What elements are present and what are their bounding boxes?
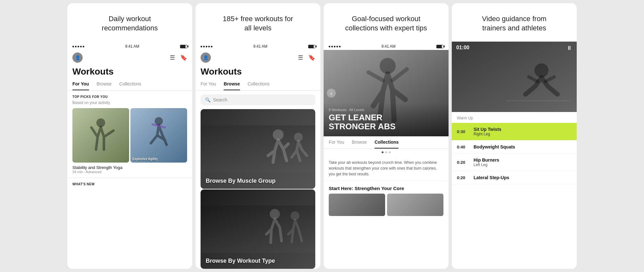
collection-section-title: Start Here: Strengthen Your Core: [324, 181, 449, 194]
video-timer: 01:00: [456, 45, 469, 51]
signal-dot-3: [78, 46, 79, 47]
pause-icon[interactable]: ⏸: [566, 45, 572, 52]
tabs-2: For You Browse Collections: [195, 78, 320, 91]
type-bg-art: [201, 189, 315, 269]
bookmark-icon-1[interactable]: 🔖: [180, 54, 187, 61]
tabs-1: For You Browse Collections: [67, 78, 192, 91]
bookmark-icon-2[interactable]: 🔖: [308, 54, 315, 61]
browse-cards: Browse By Muscle Group: [195, 109, 320, 269]
tab-browse-1[interactable]: Browse: [97, 78, 112, 90]
card-daily-header: Daily workoutrecommendations: [67, 3, 192, 42]
battery-fill-1: [180, 45, 186, 48]
yoga-background: [72, 108, 129, 163]
search-bar[interactable]: 🔍 Search: [201, 94, 315, 105]
video-section-label: Warm Up: [452, 112, 577, 123]
yoga-silhouette: [72, 108, 129, 163]
tab-collections-3[interactable]: Collections: [375, 136, 399, 148]
card-browse: 185+ free workouts forall levels 9:41 AM…: [195, 3, 320, 269]
nav-bar-1: 👤 ☰ 🔖: [67, 50, 192, 64]
battery-indicator-3: [436, 45, 443, 48]
dot-1: [382, 151, 384, 153]
list-icon-2[interactable]: ☰: [298, 54, 303, 61]
battery-fill-3: [437, 45, 442, 48]
browse-type-label: Browse By Workout Type: [206, 258, 275, 264]
workouts-title-1: Workouts: [67, 64, 192, 78]
card-video-header: Video guidance fromtrainers and athletes: [452, 3, 577, 42]
card-browse-header: 185+ free workouts forall levels: [195, 3, 320, 42]
hero-back-arrow[interactable]: ‹: [327, 89, 336, 98]
status-time-2: 9:41 AM: [253, 44, 267, 49]
nav-icons-2: ☰ 🔖: [298, 54, 315, 61]
signal-dot-3-2: [331, 46, 333, 47]
signal-dots-2: [201, 46, 212, 47]
workout-thumb-runner[interactable]: Explosive Agility: [130, 108, 187, 163]
exercise-details-1: Sit Up Twists Right Leg: [474, 127, 501, 136]
svg-point-8: [270, 209, 280, 219]
signal-dot-5: [83, 46, 84, 47]
browse-card-type[interactable]: Browse By Workout Type: [201, 189, 315, 269]
search-icon: 🔍: [205, 97, 211, 102]
tabs-3: For You Browse Collections: [324, 136, 449, 149]
workout-grid-1: Explosive Agility: [67, 108, 192, 163]
tab-for-you-1[interactable]: For You: [72, 78, 89, 90]
signal-dots: [72, 46, 84, 47]
type-card-bg: Browse By Workout Type: [201, 189, 315, 269]
section-label-1: TOP PICKS FOR YOU: [67, 91, 192, 100]
tab-for-you-3[interactable]: For You: [329, 136, 344, 148]
muscle-card-bg: Browse By Muscle Group: [201, 109, 315, 189]
whats-new-label: WHAT'S NEW: [67, 178, 192, 187]
collection-thumb-2[interactable]: [387, 194, 443, 216]
section-sub-1: Based on your activity: [67, 100, 192, 108]
battery-indicator-2: [308, 45, 315, 48]
collection-thumb-1[interactable]: [329, 194, 385, 216]
runner-silhouette: [130, 108, 187, 163]
exercise-details-2: Bodyweight Squats: [474, 144, 515, 149]
exercise-time-4: 0:20: [457, 175, 470, 180]
phone-screen-browse: 9:41 AM 👤 ☰ 🔖 Workouts For You Browse Co…: [195, 42, 320, 269]
battery-icon-3: [436, 45, 443, 48]
status-bar-3: 9:41 AM: [324, 42, 449, 50]
exercise-item-1[interactable]: 0:30 Sit Up Twists Right Leg: [452, 123, 577, 140]
exercise-item-2[interactable]: 0:40 Bodyweight Squats: [452, 140, 577, 154]
collection-hero: ‹ 8 Workouts · All Levels GET LEANERSTRO…: [324, 50, 449, 136]
exercise-item-3[interactable]: 0:20 Hip Burners Left Leg: [452, 154, 577, 171]
avatar-1[interactable]: 👤: [72, 52, 83, 63]
video-player[interactable]: 01:00 ⏸: [452, 42, 577, 112]
signal-dot-2-4: [208, 46, 210, 47]
phone-screen-collections: 9:41 AM: [324, 42, 449, 269]
signal-dot-3-3: [334, 46, 335, 47]
card-video: Video guidance fromtrainers and athletes: [452, 3, 577, 269]
status-bar-2: 9:41 AM: [195, 42, 320, 50]
collection-thumb-row: [324, 194, 449, 216]
tab-browse-3[interactable]: Browse: [352, 136, 367, 148]
search-placeholder: Search: [213, 97, 227, 102]
exercise-list: 0:30 Sit Up Twists Right Leg 0:40 Bodywe…: [452, 123, 577, 269]
signal-dot-2-5: [211, 46, 212, 47]
exercise-time-2: 0:40: [457, 145, 470, 149]
tab-browse-2[interactable]: Browse: [224, 78, 240, 90]
avatar-2[interactable]: 👤: [201, 52, 211, 63]
exercise-item-4[interactable]: 0:20 Lateral Step-Ups: [452, 171, 577, 184]
exercise-name-4: Lateral Step-Ups: [474, 175, 509, 180]
list-icon-1[interactable]: ☰: [170, 54, 175, 61]
battery-icon-2: [308, 45, 315, 48]
svg-point-5: [273, 129, 284, 140]
tab-for-you-2[interactable]: For You: [201, 78, 216, 90]
status-time-1: 9:41 AM: [125, 44, 139, 49]
exercise-name-2: Bodyweight Squats: [474, 144, 515, 149]
svg-rect-0: [72, 108, 129, 162]
dot-3: [389, 151, 391, 153]
tab-collections-2[interactable]: Collections: [248, 78, 269, 90]
signal-dot-2-3: [206, 46, 207, 47]
nav-icons-1: ☰ 🔖: [170, 54, 187, 61]
signal-dot-2: [75, 46, 77, 47]
signal-dots-3: [329, 46, 341, 47]
runner-background: [130, 108, 187, 163]
browse-card-muscle[interactable]: Browse By Muscle Group: [201, 109, 315, 189]
svg-point-1: [96, 118, 105, 127]
hero-meta: 8 Workouts · All Levels: [329, 108, 443, 112]
card-collections: Goal-focused workoutcollections with exp…: [324, 3, 449, 269]
tab-collections-1[interactable]: Collections: [119, 78, 141, 90]
exercise-details-3: Hip Burners Left Leg: [474, 157, 499, 167]
workout-thumb-yoga[interactable]: [72, 108, 129, 163]
